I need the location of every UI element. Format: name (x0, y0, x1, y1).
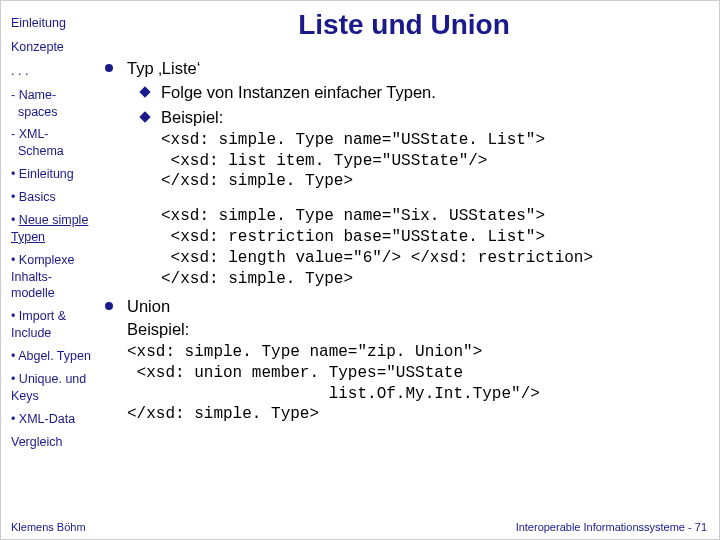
code-block-zip-union: <xsd: simple. Type name="zip. Union"> <x… (105, 342, 703, 425)
nav-sub-label: XML-Data (19, 412, 75, 426)
page-title: Liste und Union (105, 9, 703, 41)
nav-sub-xml-data[interactable]: • XML-Data (11, 411, 95, 428)
nav-einleitung[interactable]: Einleitung (11, 15, 95, 32)
code-block-usstate-list: <xsd: simple. Type name="USState. List">… (105, 130, 703, 192)
bullet-label: Union (127, 297, 170, 315)
footer: Klemens Böhm Interoperable Informationss… (11, 521, 707, 533)
nav-sub-label: Komplexe Inhalts-modelle (11, 253, 74, 301)
sub-label: Beispiel: (161, 106, 223, 128)
nav-xmlschema[interactable]: - XML- Schema (11, 126, 95, 160)
sub-folge: Folge von Instanzen einfacher Typen. (141, 81, 703, 103)
bullet-label: Typ ‚Liste‘ (127, 57, 703, 79)
bullet-icon (105, 302, 113, 310)
nav-vergleich[interactable]: Vergleich (11, 434, 95, 451)
nav-sub-label: Einleitung (19, 167, 74, 181)
nav-sub-label: Unique. und Keys (11, 372, 86, 403)
main-content: Liste und Union Typ ‚Liste‘ Folge von In… (101, 1, 719, 539)
bullet-sublabel: Beispiel: (127, 320, 189, 338)
sidebar-nav: Einleitung Konzepte . . . - Name- spaces… (1, 1, 101, 539)
nav-sub-unique-keys[interactable]: • Unique. und Keys (11, 371, 95, 405)
code-block-six-usstates: <xsd: simple. Type name="Six. USStates">… (105, 206, 703, 289)
nav-sub-label: Import & Include (11, 309, 66, 340)
content-body: Typ ‚Liste‘ Folge von Instanzen einfache… (105, 57, 703, 425)
nav-sub-label: Abgel. Typen (18, 349, 91, 363)
nav-sub-abgel-typen[interactable]: • Abgel. Typen (11, 348, 95, 365)
nav-sub-basics[interactable]: • Basics (11, 189, 95, 206)
nav-sub-komplexe[interactable]: • Komplexe Inhalts-modelle (11, 252, 95, 303)
nav-sub-neue-simple-typen[interactable]: • Neue simple Typen (11, 212, 95, 246)
nav-sub-label: Neue simple Typen (11, 213, 88, 244)
nav-ellipsis: . . . (11, 63, 95, 80)
sub-beispiel: Beispiel: (141, 106, 703, 128)
diamond-icon (139, 87, 150, 98)
sub-label: Folge von Instanzen einfacher Typen. (161, 81, 436, 103)
footer-author: Klemens Böhm (11, 521, 86, 533)
bullet-typ-liste: Typ ‚Liste‘ (105, 57, 703, 79)
bullet-union: Union Beispiel: (105, 295, 703, 340)
nav-konzepte[interactable]: Konzepte (11, 39, 95, 56)
footer-page: Interoperable Informationssysteme - 71 (516, 521, 707, 533)
nav-sub-einleitung[interactable]: • Einleitung (11, 166, 95, 183)
diamond-icon (139, 111, 150, 122)
nav-namespaces[interactable]: - Name- spaces (11, 87, 95, 121)
nav-sub-label: Basics (19, 190, 56, 204)
slide: Einleitung Konzepte . . . - Name- spaces… (0, 0, 720, 540)
bullet-icon (105, 64, 113, 72)
nav-sub-import-include[interactable]: • Import & Include (11, 308, 95, 342)
